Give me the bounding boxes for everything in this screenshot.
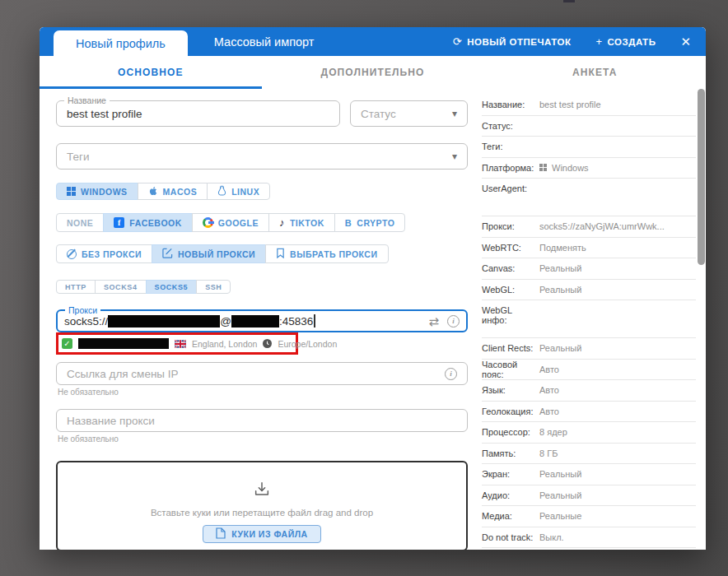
page-artifact [563, 0, 575, 2]
summary-label: Геолокация: [482, 406, 539, 416]
protocol-socks4-tab[interactable]: SOCKS4 [95, 280, 147, 294]
profile-name-value: best test profile [67, 108, 142, 120]
new-fingerprint-button[interactable]: ⟳ НОВЫЙ ОТПЕЧАТОК [453, 35, 572, 48]
preset-crypto-button[interactable]: B CRYPTO [334, 213, 406, 232]
summary-platform-text: Windows [552, 163, 589, 173]
summary-row: Память: 8 ГБ [482, 444, 696, 465]
bitcoin-icon: B [345, 218, 352, 228]
proxy-input-label: Прокси [65, 305, 100, 316]
form-column: Название best test profile Статус ▾ Теги… [56, 89, 468, 550]
summary-label: WebRTC: [482, 243, 539, 253]
summary-value: 8 ГБ [539, 448, 558, 458]
info-icon[interactable]: i [445, 368, 457, 380]
tiktok-icon: ♪ [279, 217, 285, 228]
summary-row: Процессор: 8 ядер [482, 422, 696, 444]
clock-icon [263, 337, 272, 351]
dropzone-text: Вставьте куки или перетащите файл drag a… [151, 508, 373, 518]
summary-label: Статус: [482, 121, 539, 131]
os-macos-button[interactable]: MACOS [138, 183, 208, 200]
sync-icon: ⟳ [453, 35, 462, 48]
tab-bulk-import[interactable]: Массовый импорт [188, 27, 341, 56]
summary-row: WebGL инфо: [482, 300, 696, 338]
proxy-input[interactable]: Прокси socks5:// @ :45836 ⇄ i [56, 309, 468, 332]
summary-panel: Название: best test profile Статус: Теги… [482, 95, 696, 548]
preset-button-group: NONE f FACEBOOK GOOGLE ♪ TIKTOK B CRYPTO [56, 213, 468, 232]
check-icon: ✓ [62, 338, 72, 349]
text-cursor [314, 314, 315, 327]
os-button-group: WINDOWS MACOS LINUX [56, 183, 468, 200]
plus-icon: + [595, 35, 602, 48]
proxy-at-text: @ [220, 315, 231, 327]
status-placeholder: Статус [361, 108, 396, 120]
proxy-input-value: socks5:// @ :45836 [64, 314, 315, 327]
section-tabs: ОСНОВНОЕ ДОПОЛНИТЕЛЬНО АНКЕТА [40, 56, 706, 89]
new-proxy-button[interactable]: НОВЫЙ ПРОКСИ [152, 244, 266, 263]
summary-value: Авто [539, 406, 559, 416]
redaction-box [78, 338, 169, 349]
tab-new-profile[interactable]: Новый профиль [54, 30, 188, 56]
header-actions: ⟳ НОВЫЙ ОТПЕЧАТОК + СОЗДАТЬ ✕ [453, 27, 706, 56]
preset-tiktok-button[interactable]: ♪ TIKTOK [268, 213, 335, 232]
no-proxy-label: БЕЗ ПРОКСИ [82, 249, 142, 259]
protocol-http-label: HTTP [65, 283, 86, 291]
summary-label: Canvas: [482, 263, 539, 273]
file-icon [216, 527, 226, 541]
summary-row: WebRTC: Подменять [482, 238, 696, 259]
change-ip-icons: i [445, 368, 457, 380]
protocol-ssh-tab[interactable]: SSH [196, 280, 231, 294]
summary-value: socks5://zaNyGjWA:umrWwk... [539, 221, 665, 231]
tags-select[interactable]: Теги ▾ [56, 143, 468, 170]
summary-row: Медиа: Реальные [482, 506, 696, 527]
summary-value: 8 ядер [539, 427, 567, 437]
cookies-from-file-button[interactable]: КУКИ ИЗ ФАЙЛА [203, 525, 320, 543]
cookies-dropzone[interactable]: Вставьте куки или перетащите файл drag a… [56, 461, 468, 550]
windows-icon [67, 187, 76, 196]
tab-bulk-import-label: Массовый импорт [214, 35, 315, 49]
select-proxy-button[interactable]: ВЫБРАТЬ ПРОКСИ [265, 244, 388, 263]
change-ip-input[interactable]: Ссылка для смены IP i [56, 362, 468, 385]
proxy-port-text: :45836 [279, 315, 313, 327]
create-button[interactable]: + СОЗДАТЬ [595, 35, 656, 48]
google-icon [203, 217, 213, 228]
protocol-http-tab[interactable]: HTTP [56, 280, 96, 294]
tab-main[interactable]: ОСНОВНОЕ [40, 56, 262, 89]
edit-icon [162, 248, 173, 260]
protocol-socks5-tab[interactable]: SOCKS5 [146, 280, 198, 294]
change-ip-hint: Не обязательно [58, 388, 468, 397]
proxy-name-input[interactable]: Название прокси [56, 409, 468, 432]
create-profile-modal: Новый профиль Массовый импорт ⟳ НОВЫЙ ОТ… [40, 27, 706, 550]
summary-label: Память: [482, 448, 539, 458]
select-proxy-label: ВЫБРАТЬ ПРОКСИ [290, 249, 377, 259]
os-linux-button[interactable]: LINUX [207, 183, 270, 200]
summary-value: Авто [539, 385, 559, 395]
preset-none-button[interactable]: NONE [56, 213, 104, 232]
summary-value: Windows [539, 163, 589, 173]
os-windows-button[interactable]: WINDOWS [56, 183, 138, 200]
profile-name-label: Название [64, 95, 110, 106]
proxy-location: England, London [192, 339, 257, 349]
create-label: СОЗДАТЬ [608, 37, 656, 47]
summary-value: Реальные [539, 511, 581, 521]
info-icon[interactable]: i [447, 315, 460, 327]
os-linux-label: LINUX [231, 187, 259, 197]
redaction-box [231, 315, 279, 327]
summary-label: Название: [482, 100, 539, 109]
preset-tiktok-label: TIKTOK [290, 218, 324, 228]
status-select[interactable]: Статус ▾ [350, 100, 468, 127]
summary-row: Часовой пояс: Авто [482, 360, 696, 381]
scrollbar[interactable] [698, 89, 705, 265]
close-icon[interactable]: ✕ [680, 35, 691, 49]
tab-questionnaire[interactable]: АНКЕТА [483, 56, 706, 89]
summary-value: Реальный [539, 469, 581, 479]
summary-row: Canvas: Реальный [482, 258, 696, 280]
summary-label: Client Rects: [482, 343, 539, 353]
tab-additional[interactable]: ДОПОЛНИТЕЛЬНО [262, 56, 484, 89]
summary-row: Do not track: Выкл. [482, 527, 696, 549]
summary-row: WebGL: Реальный [482, 280, 696, 301]
no-proxy-button[interactable]: БЕЗ ПРОКСИ [56, 244, 152, 263]
profile-name-field[interactable]: Название best test profile [56, 100, 340, 127]
preset-facebook-button[interactable]: f FACEBOOK [103, 213, 193, 232]
protocol-ssh-label: SSH [205, 283, 222, 291]
swap-icon[interactable]: ⇄ [428, 315, 439, 327]
preset-google-button[interactable]: GOOGLE [192, 213, 269, 232]
